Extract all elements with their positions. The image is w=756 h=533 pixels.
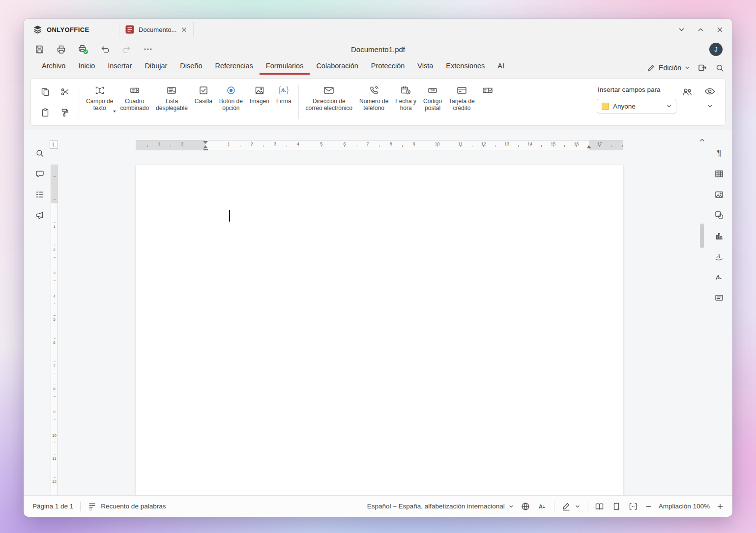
track-changes-button[interactable] <box>561 502 580 511</box>
zoom-in-button[interactable] <box>717 503 724 510</box>
view-form-button[interactable] <box>703 85 716 97</box>
checkbox-icon <box>198 83 209 98</box>
more-actions-button[interactable] <box>143 44 153 54</box>
window-minimize-button[interactable] <box>678 26 685 33</box>
image-settings-button[interactable] <box>714 190 724 199</box>
email-field-button[interactable]: Dirección de correo electrónico <box>302 79 356 125</box>
field-label: Imagen <box>250 98 269 105</box>
form-settings-button[interactable] <box>714 293 724 303</box>
zip-code-field-button[interactable]: ZIP Código postal <box>420 79 445 125</box>
image-field-button[interactable]: Imagen <box>246 79 273 125</box>
zoom-out-button[interactable] <box>645 503 652 510</box>
field-label: Número de teléfono <box>359 98 388 112</box>
tab-close-icon[interactable] <box>181 27 187 33</box>
signature-field-button[interactable]: Firma <box>273 79 295 125</box>
signature-settings-button[interactable] <box>714 272 724 282</box>
copy-button[interactable] <box>39 84 52 100</box>
search-panel-button[interactable] <box>35 148 45 158</box>
undo-button[interactable] <box>100 44 110 55</box>
chart-settings-button[interactable] <box>714 231 724 241</box>
tab-colaboracion[interactable]: Colaboración <box>310 58 364 75</box>
shape-settings-button[interactable] <box>714 210 724 220</box>
table-settings-button[interactable] <box>714 169 724 179</box>
tab-formularios[interactable]: Formularios <box>260 58 310 75</box>
two-page-view-button[interactable] <box>594 502 605 511</box>
tab-proteccion[interactable]: Protección <box>365 58 411 75</box>
ribbon-right-group: Insertar campos para Anyone <box>586 79 721 125</box>
field-label: Campo de texto <box>86 98 113 112</box>
credit-card-field-button[interactable]: Tarjeta de crédito <box>445 79 478 125</box>
redo-button[interactable] <box>121 44 132 55</box>
page-view-button[interactable] <box>611 502 621 511</box>
chevron-down-icon <box>685 65 690 70</box>
v-ruler-ticks <box>54 165 56 495</box>
fit-width-button[interactable] <box>628 502 638 511</box>
combo-box-icon <box>129 83 140 98</box>
radio-button-button[interactable]: Botón de opción <box>216 79 246 125</box>
scroll-up-button[interactable] <box>698 136 706 144</box>
tab-diseno[interactable]: Diseño <box>174 58 208 75</box>
word-count-button[interactable]: 12 Recuento de palabras <box>87 502 166 511</box>
scrollbar-thumb[interactable] <box>700 224 704 248</box>
phone-field-button[interactable]: Número de teléfono <box>356 79 392 125</box>
tab-archivo[interactable]: Archivo <box>35 58 72 75</box>
tab-stop-selector[interactable]: L <box>50 140 58 149</box>
search-button[interactable] <box>715 63 725 73</box>
feedback-button[interactable] <box>35 210 45 220</box>
svg-text:ZIP: ZIP <box>431 89 435 92</box>
chevron-down-icon <box>575 504 580 509</box>
combo-box-button[interactable]: Cuadro combinado <box>116 79 152 125</box>
ribbon-wrap: Campo de texto Cuadro combinado Lista de… <box>24 75 732 130</box>
complex-field-button[interactable] <box>478 79 497 125</box>
cut-button[interactable] <box>58 84 71 100</box>
vertical-scrollbar[interactable] <box>698 136 706 495</box>
window-close-button[interactable] <box>716 26 724 33</box>
language-selector[interactable]: Español – España, alfabetización interna… <box>367 503 514 510</box>
comments-panel-button[interactable] <box>35 169 45 179</box>
left-indent-marker[interactable] <box>204 149 208 151</box>
statusbar-divider <box>587 502 587 511</box>
text-field-button[interactable]: Campo de texto <box>83 79 116 125</box>
tab-referencias[interactable]: Referencias <box>208 58 259 75</box>
navigation-panel-button[interactable] <box>35 190 45 199</box>
tab-vista[interactable]: Vista <box>411 58 439 75</box>
document-language-button[interactable] <box>521 502 530 511</box>
statusbar-divider <box>554 502 554 511</box>
spellcheck-button[interactable]: A <box>537 502 547 511</box>
clipboard-group <box>39 79 71 125</box>
tab-dibujar[interactable]: Dibujar <box>138 58 174 75</box>
right-indent-marker[interactable] <box>586 145 591 148</box>
tab-extensiones[interactable]: Extensiones <box>439 58 491 75</box>
h-ruler[interactable]: 211234567891011121314151617 <box>136 140 623 150</box>
v-ruler[interactable]: 123456789101112 <box>51 165 58 495</box>
document-tab[interactable]: Documento... <box>119 22 194 37</box>
save-button[interactable] <box>34 44 45 55</box>
open-file-location-button[interactable] <box>698 63 707 73</box>
tab-inicio[interactable]: Inicio <box>72 58 101 75</box>
format-painter-button[interactable] <box>58 104 71 121</box>
tab-insertar[interactable]: Insertar <box>101 58 138 75</box>
window-maximize-button[interactable] <box>697 26 704 33</box>
edit-mode-selector[interactable]: Edición <box>647 64 690 72</box>
datetime-field-button[interactable]: Fecha y hora <box>392 79 420 125</box>
quick-print-button[interactable] <box>78 44 88 55</box>
manage-roles-button[interactable] <box>681 86 693 97</box>
paragraph-settings-button[interactable]: ¶ <box>717 148 721 158</box>
text-art-settings-button[interactable]: A <box>714 252 724 261</box>
scroll-down-button[interactable] <box>698 494 706 495</box>
tab-ai[interactable]: AI <box>491 58 511 75</box>
h-ruler-ticks <box>136 145 623 147</box>
collapse-ribbon-button[interactable] <box>707 103 713 110</box>
document-page[interactable] <box>136 165 623 495</box>
print-button[interactable] <box>56 44 66 55</box>
app-window: ONLYOFFICE Documento... <box>24 19 732 517</box>
first-line-indent-marker[interactable] <box>203 141 208 144</box>
checkbox-button[interactable]: Casilla <box>191 79 216 125</box>
svg-text:12: 12 <box>89 508 92 511</box>
page-indicator[interactable]: Página 1 de 1 <box>32 503 73 510</box>
dropdown-list-button[interactable]: Lista desplegable <box>152 79 191 125</box>
role-select[interactable]: Anyone <box>597 99 676 113</box>
user-avatar[interactable]: J <box>709 43 723 56</box>
paste-button[interactable] <box>39 104 52 121</box>
hanging-indent-marker[interactable] <box>203 145 208 148</box>
